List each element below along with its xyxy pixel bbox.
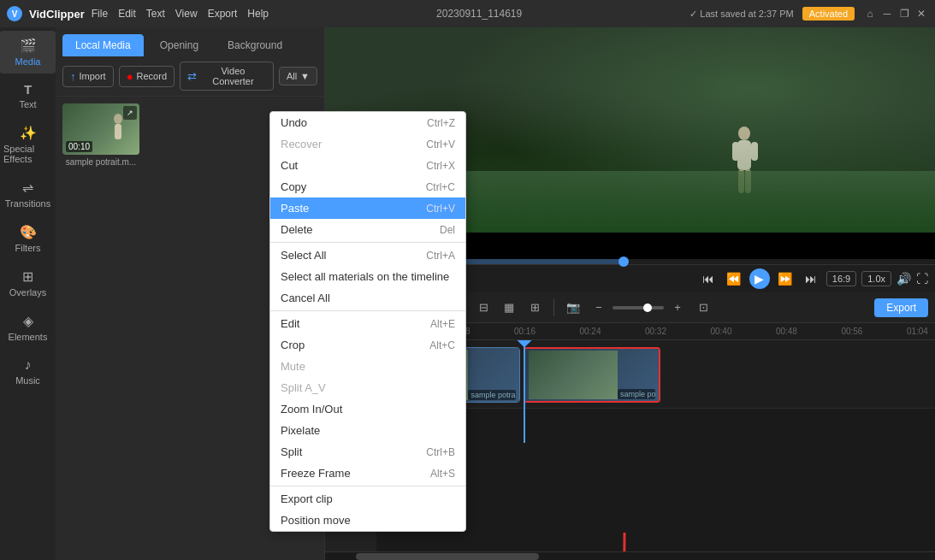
export-button[interactable]: Export	[874, 298, 928, 317]
play-controls: ⏮ ⏪ ▶ ⏩ ⏭ 16:9 1.0x 🔊 ⛶	[698, 268, 928, 289]
screenshot-button[interactable]: 📷	[563, 298, 583, 318]
ctx-mute[interactable]: Mute	[270, 356, 465, 377]
ctx-position-move[interactable]: Position move	[270, 510, 465, 531]
sidebar-item-label-music: Music	[15, 375, 40, 386]
sidebar-item-transitions[interactable]: ⇌ Transitions	[0, 173, 56, 215]
close-button[interactable]: ✕	[914, 7, 928, 21]
sidebar-item-text[interactable]: T Text	[0, 75, 56, 116]
window-controls[interactable]: ⌂ ─ ❐ ✕	[863, 7, 928, 21]
import-button[interactable]: ↑ Import	[62, 66, 114, 87]
project-title: 20230911_114619	[436, 8, 522, 20]
title-bar: V VidClipper File Edit Text View Export …	[0, 0, 935, 27]
ctx-recover[interactable]: Recover Ctrl+V	[270, 133, 465, 155]
maximize-button[interactable]: ❐	[897, 7, 911, 21]
sidebar-item-label-media: Media	[15, 56, 41, 67]
sidebar-item-filters[interactable]: 🎨 Filters	[0, 217, 56, 260]
media-tabs[interactable]: Local Media Opening Background	[56, 27, 324, 56]
menu-edit[interactable]: Edit	[118, 8, 136, 20]
ctx-paste-shortcut: Ctrl+V	[426, 203, 455, 215]
ctx-cancel-all[interactable]: Cancel All	[270, 287, 465, 309]
ctx-copy-shortcut: Ctrl+C	[426, 181, 455, 193]
tab-background[interactable]: Background	[215, 34, 295, 56]
ctx-pixelate[interactable]: Pixelate	[270, 420, 465, 441]
ctx-crop-label: Crop	[281, 339, 305, 351]
aspect-ratio-button[interactable]: 16:9	[826, 271, 856, 286]
toolbar-separator-2	[553, 299, 554, 316]
menu-export[interactable]: Export	[208, 8, 238, 20]
prev-frame-button[interactable]: ⏮	[698, 268, 719, 289]
track-clip-2[interactable]: sample potr...	[524, 347, 660, 403]
skip-forward-button[interactable]: ⏩	[775, 268, 796, 289]
tab-local-media[interactable]: Local Media	[62, 34, 144, 56]
ctx-recover-shortcut: Ctrl+V	[426, 139, 455, 150]
svg-rect-6	[738, 169, 744, 193]
overlays-icon: ⊞	[22, 268, 33, 285]
menu-view[interactable]: View	[175, 8, 198, 20]
grid-button[interactable]: ⊞	[524, 298, 545, 318]
minimize-button[interactable]: ─	[880, 7, 894, 21]
ctx-select-timeline[interactable]: Select all materials on the timeline	[270, 266, 465, 287]
menu-bar[interactable]: File Edit Text View Export Help	[92, 8, 269, 20]
ctx-edit[interactable]: Edit Alt+E	[270, 313, 465, 334]
zoom-in-button[interactable]: +	[667, 298, 688, 318]
ctx-undo-shortcut: Ctrl+Z	[427, 117, 455, 129]
svg-rect-4	[732, 142, 739, 161]
app-name: VidClipper	[29, 8, 85, 21]
clip-name-1: sample potrait.mp4	[468, 390, 516, 400]
ctx-delete[interactable]: Delete Del	[270, 219, 465, 240]
media-item[interactable]: 00:10 ↗ sample potrait.m...	[62, 103, 139, 553]
scrollbar-thumb[interactable]	[356, 553, 539, 560]
sidebar-item-elements[interactable]: ◈ Elements	[0, 306, 56, 349]
home-button[interactable]: ⌂	[863, 7, 877, 21]
menu-help[interactable]: Help	[247, 8, 269, 20]
sidebar-item-label-overlays: Overlays	[9, 287, 46, 298]
ctx-delete-label: Delete	[281, 223, 313, 236]
ctx-select-all-shortcut: Ctrl+A	[426, 250, 455, 262]
ctx-export-clip[interactable]: Export clip	[270, 488, 465, 510]
sidebar-item-media[interactable]: 🎬 Media	[0, 31, 56, 74]
zoom-slider[interactable]	[612, 306, 664, 309]
scrubber-handle[interactable]	[618, 256, 629, 267]
record-button[interactable]: ● Record	[119, 66, 175, 87]
ctx-undo[interactable]: Undo Ctrl+Z	[270, 112, 465, 133]
record-icon: ●	[127, 70, 133, 83]
ruler-mark: 01:04	[907, 327, 928, 336]
menu-text[interactable]: Text	[146, 8, 165, 20]
svg-rect-7	[745, 169, 751, 193]
ctx-split-av[interactable]: Split A_V	[270, 377, 465, 398]
play-button[interactable]: ▶	[749, 268, 770, 289]
ctx-crop[interactable]: Crop Alt+C	[270, 334, 465, 356]
ctx-sep-1	[270, 242, 465, 243]
ctx-zoom[interactable]: Zoom In/Out	[270, 398, 465, 420]
ctx-split-label: Split	[281, 445, 302, 458]
ctx-paste[interactable]: Paste Ctrl+V	[270, 197, 465, 219]
skip-back-button[interactable]: ⏪	[724, 268, 744, 289]
playhead[interactable]	[524, 340, 525, 443]
fit-timeline-button[interactable]: ⊡	[693, 298, 713, 318]
timeline-scrollbar[interactable]	[325, 551, 935, 560]
ctx-select-all[interactable]: Select All Ctrl+A	[270, 245, 465, 266]
ctx-cut[interactable]: Cut Ctrl+X	[270, 155, 465, 176]
ctx-copy[interactable]: Copy Ctrl+C	[270, 176, 465, 197]
title-bar-left: V VidClipper File Edit Text View Export …	[7, 6, 269, 21]
ctx-split[interactable]: Split Ctrl+B	[270, 441, 465, 463]
sidebar-item-overlays[interactable]: ⊞ Overlays	[0, 262, 56, 304]
ctx-freeze[interactable]: Freeze Frame Alt+S	[270, 463, 465, 484]
zoom-out-button[interactable]: −	[589, 298, 609, 318]
video-converter-button[interactable]: ⇄ Video Converter	[180, 62, 274, 91]
volume-button[interactable]: 🔊	[897, 272, 911, 286]
converter-icon: ⇄	[187, 70, 197, 83]
speed-button[interactable]: 1.0x	[861, 271, 891, 286]
menu-file[interactable]: File	[92, 8, 108, 20]
fullscreen-button[interactable]: ⛶	[916, 272, 928, 286]
svg-rect-1	[115, 124, 121, 139]
next-frame-button[interactable]: ⏭	[801, 268, 821, 289]
app-logo: V	[7, 6, 22, 21]
activated-button[interactable]: Activated	[802, 7, 855, 21]
sidebar-item-music[interactable]: ♪ Music	[0, 351, 56, 392]
layout-button[interactable]: ▦	[499, 298, 519, 318]
tab-opening[interactable]: Opening	[147, 34, 211, 56]
filter-dropdown[interactable]: All ▼	[279, 67, 317, 85]
split-button[interactable]: ⊟	[473, 298, 494, 318]
sidebar-item-special-effects[interactable]: ✨ Special Effects	[0, 118, 56, 171]
